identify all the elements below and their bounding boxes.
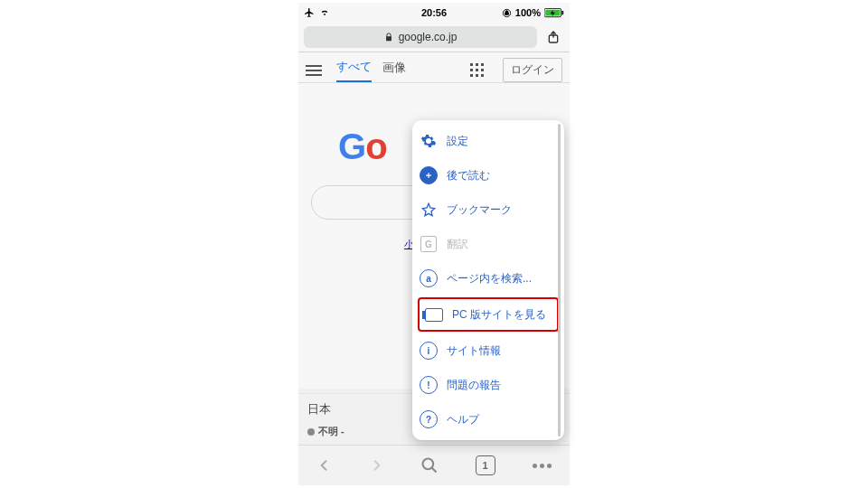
menu-read-later[interactable]: ＋ 後で読む (412, 158, 564, 192)
menu-bookmark[interactable]: ブックマーク (412, 192, 564, 227)
menu-label: 問題の報告 (447, 378, 501, 393)
search-button[interactable] (420, 456, 439, 474)
menu-label: 設定 (447, 134, 468, 149)
phone-frame: 20:56 100% google.co.jp すべて 画像 ログイン (298, 3, 570, 485)
menu-label: 後で読む (447, 168, 490, 183)
back-button[interactable] (317, 455, 332, 475)
menu-label: 翻訳 (447, 237, 468, 252)
menu-label: ブックマーク (447, 202, 512, 218)
help-icon: ? (420, 410, 438, 428)
info-icon: i (420, 342, 438, 360)
gear-icon (420, 132, 438, 150)
overflow-menu: 設定 ＋ 後で読む ブックマーク G 翻訳 a ページ内を検索... PC 版サ… (412, 120, 564, 440)
translate-icon: G (420, 235, 438, 253)
menu-label: サイト情報 (447, 343, 501, 359)
menu-help[interactable]: ? ヘルプ (412, 402, 564, 436)
menu-label: PC 版サイトを見る (452, 307, 546, 323)
overflow-button[interactable] (533, 464, 552, 468)
menu-find-in-page[interactable]: a ページ内を検索... (412, 261, 564, 296)
monitor-icon (425, 305, 443, 324)
menu-translate: G 翻訳 (412, 227, 564, 261)
svg-point-5 (422, 459, 433, 470)
menu-settings[interactable]: 設定 (412, 124, 564, 158)
alert-icon: ! (420, 376, 438, 394)
menu-request-desktop[interactable]: PC 版サイトを見る (418, 297, 559, 332)
star-icon (420, 201, 438, 219)
find-icon: a (420, 269, 438, 287)
location-detail: 不明 - (318, 426, 344, 436)
tabs-button[interactable]: 1 (476, 455, 495, 475)
location-dot-icon (307, 428, 315, 436)
plus-circle-icon: ＋ (420, 166, 438, 184)
browser-toolbar: 1 (298, 445, 570, 485)
menu-site-info[interactable]: i サイト情報 (412, 333, 564, 368)
menu-label: ヘルプ (447, 412, 479, 427)
forward-button[interactable] (369, 455, 383, 475)
menu-report-issue[interactable]: ! 問題の報告 (412, 368, 564, 402)
menu-label: ページ内を検索... (447, 271, 532, 286)
